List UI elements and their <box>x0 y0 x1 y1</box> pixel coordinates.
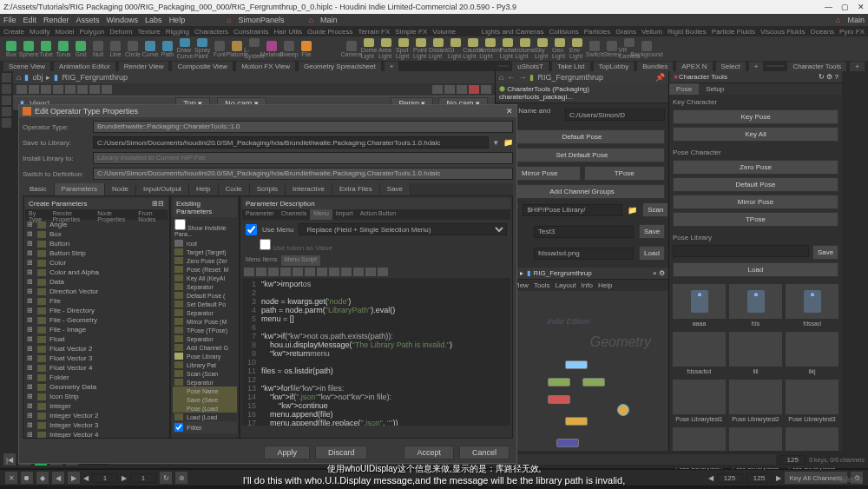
shelf-tool[interactable]: Path <box>160 38 175 59</box>
tool-icon[interactable] <box>2 84 11 94</box>
menu-items-tab[interactable]: Menu Items <box>242 255 281 266</box>
menu-labs[interactable]: Labs <box>145 16 162 24</box>
existing-item[interactable]: Mirror Pose (M <box>173 317 237 326</box>
shelf-tool[interactable]: Area Light <box>378 38 394 59</box>
use-token-check[interactable] <box>260 239 271 250</box>
editor-tool[interactable] <box>329 268 339 276</box>
desktop-main2[interactable]: Main <box>847 16 865 24</box>
dialog-tab[interactable]: Basic <box>23 183 55 195</box>
tool-icon[interactable] <box>16 85 27 94</box>
net-menu[interactable]: Help <box>598 281 612 289</box>
desc-tab[interactable]: Action Button <box>357 209 400 220</box>
param-type-item[interactable]: ⊞Float <box>25 334 168 344</box>
param-type-item[interactable]: ⊞File - Directory <box>25 306 168 315</box>
shelf-tool[interactable]: Box <box>3 38 19 59</box>
existing-item[interactable]: Pose (Reset: M <box>173 265 237 274</box>
param-type-item[interactable]: ⊞File <box>25 296 168 306</box>
param-type-item[interactable]: ⊞Icon Strip <box>25 392 168 401</box>
dialog-titlebar[interactable]: Edit Operator Type Properties ✕ <box>19 105 516 117</box>
param-type-item[interactable]: ⊞Folder <box>25 373 168 382</box>
menu-file[interactable]: File <box>3 16 16 24</box>
editor-tool[interactable] <box>353 268 364 276</box>
panel-tab[interactable]: Composite View <box>172 62 233 71</box>
tool-icon[interactable] <box>29 85 39 94</box>
existing-item[interactable]: Zero Pose (Zer <box>173 256 237 265</box>
tool-icon[interactable] <box>2 118 11 128</box>
pose-thumb[interactable]: iiii <box>729 332 782 376</box>
shelf-tab[interactable]: Rigid Bodies <box>667 28 707 36</box>
shelf-tab[interactable]: Rigging <box>166 28 189 36</box>
existing-item[interactable]: root <box>173 239 237 248</box>
close-icon[interactable]: ✕ <box>506 107 513 116</box>
add-tab-icon[interactable]: + <box>385 62 399 71</box>
network-node[interactable] <box>617 404 629 416</box>
pose-thumb[interactable]: fds <box>729 284 782 328</box>
shelf-tool[interactable]: Sweep <box>281 38 297 59</box>
panel-tab[interactable]: TopLobby <box>594 62 635 71</box>
editor-tool[interactable] <box>244 268 254 276</box>
key-pose-button[interactable]: Key Pose <box>673 109 838 124</box>
network-node[interactable] <box>582 378 605 387</box>
editor-tool[interactable] <box>365 268 376 276</box>
param-type-item[interactable]: ⊞Float Vector 2 <box>25 344 168 354</box>
tool-icon[interactable] <box>2 73 11 83</box>
record-icon[interactable] <box>469 85 479 94</box>
pose-thumb[interactable]: iikj <box>786 332 838 376</box>
shelf-tool[interactable]: Env Light <box>569 38 585 59</box>
mirror-pose-button[interactable]: Mirror Pose <box>673 195 838 209</box>
existing-item[interactable]: Separator <box>173 334 237 343</box>
switch-field[interactable]: C:/Users/Simon/Documents/houdini20.0/SM_… <box>93 168 513 180</box>
desc-tab[interactable]: Menu <box>310 209 332 220</box>
dialog-tab[interactable]: Save <box>380 183 411 195</box>
close-button[interactable]: ✕ <box>858 3 865 11</box>
tool-icon[interactable] <box>457 85 467 94</box>
menu-windows[interactable]: Windows <box>107 16 139 24</box>
shelf-tool[interactable]: Volume Light <box>517 38 533 59</box>
existing-item[interactable]: Target (Target) <box>173 248 237 256</box>
desc-tab[interactable]: Channels <box>278 209 311 220</box>
network-node[interactable] <box>565 417 588 426</box>
maximize-button[interactable]: ▢ <box>841 3 849 11</box>
lib-path-input[interactable] <box>523 204 622 216</box>
zero-pose-button[interactable]: Zero Pose <box>673 160 838 175</box>
set-default-button[interactable]: Set Default Pose <box>499 148 665 162</box>
shelf-tab[interactable]: Viscous Fluids <box>760 28 805 36</box>
net-menu[interactable]: Tools <box>534 281 550 289</box>
default-pose-button[interactable]: Default Pose <box>673 177 838 192</box>
tool-icon[interactable] <box>53 85 63 94</box>
shelf-tab[interactable]: Polygon <box>79 28 104 36</box>
editor-tool[interactable] <box>293 268 303 276</box>
panel-tab[interactable]: Scene View <box>3 62 50 71</box>
dialog-tab[interactable]: Scripts <box>250 183 286 195</box>
shelf-tool[interactable]: GI Light <box>448 38 464 59</box>
scan-button[interactable]: Scan <box>642 202 668 217</box>
pose-thumb[interactable]: fdssadsd <box>673 332 726 376</box>
existing-item[interactable]: Default Pose ( <box>173 291 237 300</box>
existing-item[interactable]: Separator <box>173 282 237 291</box>
home-icon[interactable]: ⌂ <box>16 73 21 82</box>
dialog-tab[interactable]: Help <box>189 183 218 195</box>
param-type-item[interactable]: ⊞Geometry Data <box>25 382 168 392</box>
menu-edit[interactable]: Edit <box>23 16 37 24</box>
param-type-item[interactable]: ⊞File - Geometry <box>25 315 168 325</box>
param-type-item[interactable]: ⊞Integer <box>25 401 168 411</box>
add-channel-button[interactable]: Add Channel Groups <box>499 184 665 199</box>
accept-button[interactable]: Accept <box>404 446 454 459</box>
discard-button[interactable]: Discard <box>315 446 368 459</box>
add-tab-icon[interactable]: + <box>749 62 764 71</box>
tpose-button[interactable]: TPose <box>673 212 838 227</box>
shelf-tool[interactable]: Switch <box>587 38 602 59</box>
panel-tab[interactable]: Animation Editor <box>54 62 115 71</box>
param-type-item[interactable]: ⊞Button Strip <box>25 248 168 258</box>
existing-item[interactable]: Pose (Load <box>173 404 237 413</box>
tool-icon[interactable] <box>2 107 11 116</box>
shelf-tab[interactable]: Characters <box>194 28 228 36</box>
shelf-tool[interactable]: Dome Light <box>361 38 377 59</box>
shelf-tab[interactable]: Volume <box>432 28 456 36</box>
param-type-item[interactable]: ⊞Box <box>25 229 168 239</box>
existing-item[interactable]: Add Channel G <box>173 343 237 352</box>
shelf-tool[interactable]: Distant Light <box>431 38 446 59</box>
shelf-tool[interactable]: Stereo <box>604 38 620 59</box>
tool-icon[interactable] <box>89 85 100 94</box>
menu-assets[interactable]: Assets <box>76 16 100 24</box>
